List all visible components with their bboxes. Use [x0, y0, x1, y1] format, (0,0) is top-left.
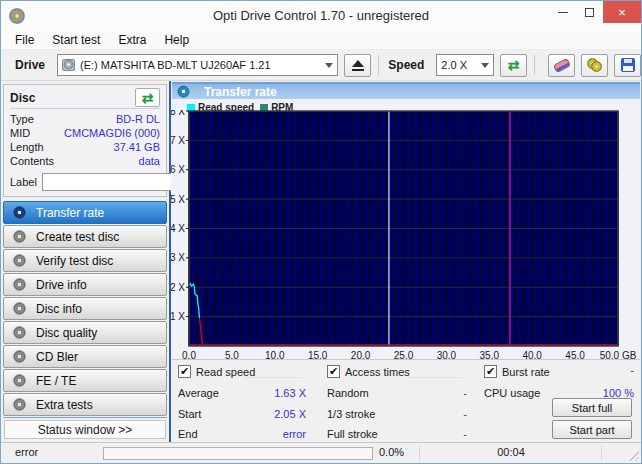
disc-info-value: CMCMAGDI6 (000): [64, 126, 160, 140]
sidebar-item-extra-tests[interactable]: Extra tests: [3, 393, 167, 416]
main-panel: Transfer rate Read speed RPM 8 X7 X6 X5 …: [171, 81, 641, 442]
access-times-checkbox-row: ✔ Access times: [327, 364, 410, 379]
menu-help[interactable]: Help: [156, 31, 197, 49]
disc-info-label: Contents: [10, 154, 54, 168]
disc-icon: [13, 350, 26, 363]
minimize-icon: [558, 12, 568, 13]
minimize-button[interactable]: [549, 1, 576, 23]
stat-label: End: [178, 427, 198, 441]
speed-select[interactable]: 2.0 X: [436, 54, 494, 76]
svg-text:8 X: 8 X: [171, 110, 185, 117]
window-controls: ×: [549, 1, 641, 30]
burst-rate-value: -: [484, 364, 634, 376]
sidebar-item-label: CD Bler: [36, 350, 78, 364]
drive-label: Drive: [15, 58, 45, 72]
svg-text:4 X: 4 X: [171, 223, 185, 234]
disc-info-value: 37.41 GB: [114, 140, 160, 154]
read-speed-checkbox[interactable]: ✔: [178, 365, 191, 378]
sidebar-item-label: FE / TE: [36, 374, 76, 388]
stat-row-random: Random -: [327, 386, 467, 400]
stat-row-full-stroke: Full stroke -: [327, 427, 467, 441]
svg-text:3 X: 3 X: [171, 252, 185, 263]
svg-text:1 X: 1 X: [171, 311, 185, 322]
toolbar-separator: [534, 55, 535, 75]
status-bar: error 0.0% 00:04: [1, 442, 641, 463]
sidebar-item-cd-bler[interactable]: CD Bler: [3, 345, 167, 368]
drive-icon: [62, 59, 75, 71]
resize-grip-icon[interactable]: [629, 451, 639, 461]
sidebar-item-label: Create test disc: [36, 230, 119, 244]
svg-text:6 X: 6 X: [171, 164, 185, 175]
stat-row-end: End error: [178, 427, 306, 441]
disc-icon: [13, 230, 26, 243]
disc-label-caption: Label: [10, 176, 37, 188]
svg-text:5 X: 5 X: [171, 194, 185, 205]
transfer-rate-chart: 8 X7 X6 X5 X4 X3 X2 X1 X0.05.010.015.020…: [171, 110, 641, 360]
status-message: error: [15, 446, 38, 458]
start-full-button[interactable]: Start full: [552, 398, 632, 417]
disc-info-label: Length: [10, 140, 44, 154]
sidebar-item-create-test-disc[interactable]: Create test disc: [3, 225, 167, 248]
sidebar-item-label: Disc quality: [36, 326, 97, 340]
title-bar: Opti Drive Control 1.70 - unregistered ×: [1, 1, 641, 30]
refresh-drive-button[interactable]: ⇄: [500, 54, 527, 77]
stat-label: Start: [178, 407, 201, 421]
status-window-button[interactable]: Status window >>: [4, 420, 166, 439]
disc-icon: [13, 254, 26, 267]
eject-button[interactable]: [344, 54, 371, 77]
disc-info-label: MID: [10, 126, 30, 140]
sidebar: Disc ⇄ Type BD-R DL MID CMCMAGDI6 (000) …: [1, 81, 171, 442]
chevron-down-icon: [481, 63, 489, 68]
sidebar-item-disc-quality[interactable]: Disc quality: [3, 321, 167, 344]
stat-label: 1/3 stroke: [327, 407, 375, 421]
disc-icon: [13, 302, 26, 315]
divider: [407, 377, 462, 378]
disc-tools-button[interactable]: [581, 54, 608, 77]
sidebar-item-transfer-rate[interactable]: Transfer rate: [3, 201, 167, 224]
refresh-icon: ⇄: [142, 91, 154, 105]
chart-title: Transfer rate: [204, 85, 277, 99]
stat-value: error: [283, 427, 306, 441]
toolbar: Drive (E:) MATSHITA BD-MLT UJ260AF 1.21 …: [1, 50, 641, 81]
save-icon: [621, 58, 635, 72]
checkbox-label: Read speed: [196, 366, 255, 378]
sidebar-item-label: Drive info: [36, 278, 87, 292]
sidebar-nav: Transfer rate Create test disc Verify te…: [3, 201, 167, 416]
start-part-button[interactable]: Start part: [552, 420, 632, 439]
drive-select[interactable]: (E:) MATSHITA BD-MLT UJ260AF 1.21: [57, 54, 338, 76]
sidebar-item-fe-te[interactable]: FE / TE: [3, 369, 167, 392]
menu-file[interactable]: File: [7, 31, 42, 49]
disc-icon: [13, 278, 26, 291]
discs-icon: [587, 58, 603, 72]
statusbar-separator: [419, 445, 420, 461]
save-button[interactable]: [614, 54, 641, 77]
checkbox-label: Access times: [345, 366, 410, 378]
progress-bar: [103, 447, 373, 460]
sidebar-item-verify-test-disc[interactable]: Verify test disc: [3, 249, 167, 272]
sidebar-item-drive-info[interactable]: Drive info: [3, 273, 167, 296]
maximize-button[interactable]: [576, 1, 603, 23]
erase-disc-button[interactable]: [548, 54, 575, 77]
app-window: Opti Drive Control 1.70 - unregistered ×…: [0, 0, 642, 464]
stat-label: CPU usage: [484, 386, 540, 400]
menu-bar: File Start test Extra Help: [1, 30, 641, 50]
disc-panel-title: Disc: [10, 91, 35, 105]
disc-icon: [13, 206, 26, 219]
close-button[interactable]: ×: [603, 1, 641, 23]
disc-panel: Disc ⇄ Type BD-R DL MID CMCMAGDI6 (000) …: [3, 84, 167, 197]
refresh-disc-button[interactable]: ⇄: [135, 88, 160, 107]
disc-label-input[interactable]: [42, 173, 192, 191]
stats-panel: ✔ Read speed ✔ Access times ✔ Burst rate…: [172, 359, 640, 442]
sidebar-item-label: Extra tests: [36, 398, 93, 412]
access-times-checkbox[interactable]: ✔: [327, 365, 340, 378]
stat-value: 2.05 X: [274, 407, 306, 421]
menu-start-test[interactable]: Start test: [44, 31, 108, 49]
window-body: Disc ⇄ Type BD-R DL MID CMCMAGDI6 (000) …: [1, 81, 641, 442]
stat-value: -: [463, 386, 467, 400]
sidebar-item-disc-info[interactable]: Disc info: [3, 297, 167, 320]
elapsed-time: 00:04: [421, 446, 601, 458]
speed-label: Speed: [388, 58, 424, 72]
sidebar-filler: [3, 417, 167, 418]
divider: [244, 377, 302, 378]
menu-extra[interactable]: Extra: [110, 31, 154, 49]
